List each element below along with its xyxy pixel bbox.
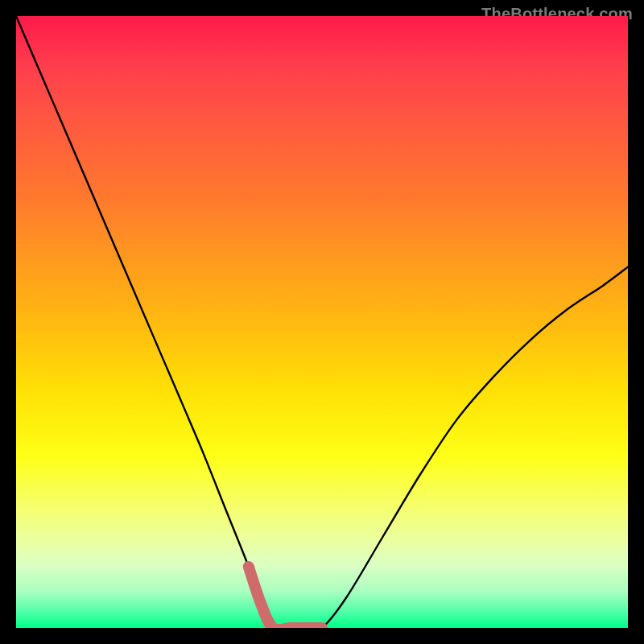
curve-layer	[16, 16, 628, 628]
chart-container: TheBottleneck.com	[0, 0, 644, 644]
bottleneck-curve	[16, 16, 628, 628]
plot-area	[16, 16, 628, 628]
trough-highlight	[249, 567, 322, 628]
